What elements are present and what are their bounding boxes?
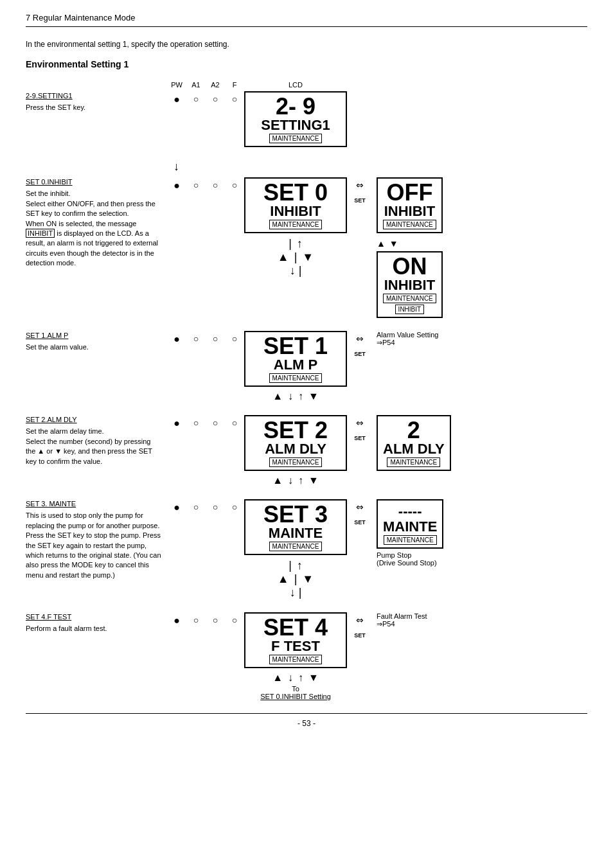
label-set2: SET 2.ALM DLY [26,415,77,425]
row-set3-mainte: SET 3. MAINTE This is used to stop only … [26,499,587,599]
right-set3: ----- MAINTE MAINTENANCE Pump Stop(Drive… [373,499,587,567]
row-set4-f-test: SET 4.F TEST Perform a fault alarm test.… [26,612,587,700]
right-off-sub: MAINTENANCE [383,220,436,229]
ind-pw-set1: ● [167,331,186,345]
lcd-set0-nav: | ↑ [289,237,303,251]
right-on-sub: MAINTENANCE [383,294,436,303]
lcd-setting1: 2- 9 SETTING1 MAINTENANCE [244,91,347,147]
ind-f-setting1: ○ [225,91,244,104]
lcd-set3-line1: SET 3 [263,503,328,526]
arrow-sym-set2: ⇔ [356,418,364,428]
ind-a1-set3: ○ [186,499,206,512]
nav-down-tri: ▼ [302,251,314,264]
lcd-set4-sub: MAINTENANCE [269,655,323,664]
desc-set1: SET 1.ALM P Set the alarm value. [26,331,167,353]
label-set1: SET 1.ALM P [26,331,68,341]
nav-down3: ↓ [288,475,293,486]
label-set0: SET 0.INHIBIT [26,177,73,187]
nav-bar-mid: | [294,251,298,264]
nav-tri-down3: ▼ [308,475,319,486]
ind-a1-set4: ○ [186,612,206,625]
right-lcd-set3: ----- MAINTE MAINTENANCE [377,499,443,549]
ind-a2-set0: ○ [206,177,225,190]
set-label-set1: SET [354,351,366,357]
nav-up5: ↑ [298,672,303,684]
desc-set4: SET 4.F TEST Perform a fault alarm test. [26,612,167,634]
right-set0: OFF INHIBIT MAINTENANCE ▲ ▼ ON INHIBIT M… [373,177,587,318]
right-set3-sub: MAINTENANCE [384,535,437,545]
set-label-set4: SET [354,632,366,639]
lcd-set3-nav2: ▲ | ▼ [278,572,314,586]
desc-set4-text: Perform a fault alarm test. [26,624,107,632]
nav-tri-down4: ▼ [308,672,319,684]
right-lcd-on: ON INHIBIT MAINTENANCE INHIBIT [377,251,443,318]
right-lcd-set2: 2 ALM DLY MAINTENANCE [377,415,451,471]
row-set1-alm-p: SET 1.ALM P Set the alarm value. ● ○ ○ ○… [26,331,587,402]
lcd-set1: SET 1 ALM P MAINTENANCE [244,331,347,387]
set-arrow-set0: ⇔ SET [347,177,373,204]
ind-a1-set1: ○ [186,331,206,344]
page-wrapper: 7 Regular Maintenance Mode In the enviro… [26,13,587,728]
page-title: 7 Regular Maintenance Mode [26,13,136,22]
ind-a1-set0: ○ [186,177,206,190]
right-set4-label: Fault Alarm Test [377,612,587,620]
right-off-big: OFF [383,181,436,204]
lcd-set3-sub: MAINTENANCE [269,542,323,551]
desc-set3: SET 3. MAINTE This is used to stop only … [26,499,167,580]
right-on-extra: INHIBIT [395,305,425,314]
ind-a2-setting1: ○ [206,91,225,104]
ind-a2-set1: ○ [206,331,225,344]
desc-set2: SET 2.ALM DLY Set the alarm delay time.S… [26,415,167,466]
nav-tri-left: ▲ [278,251,289,264]
lcd-set4: SET 4 F TEST MAINTENANCE [244,612,347,668]
desc-set0: SET 0.INHIBIT Set the inhibit.Select eit… [26,177,167,269]
set-arrow-set2: ⇔ SET [347,415,373,441]
row-setting1: 2-9.SETTING1 Press the SET key. ● ○ ○ ○ … [26,91,587,147]
ind-f-set2: ○ [225,415,244,428]
right-off-medium: INHIBIT [383,204,436,218]
row-set2-alm-dly: SET 2.ALM DLY Set the alarm delay time.S… [26,415,587,486]
label-set4: SET 4.F TEST [26,612,71,622]
right-lcd-off: OFF INHIBIT MAINTENANCE [377,177,443,233]
nav-tri-left3: ▲ [278,572,289,586]
ind-f-set3: ○ [225,499,244,512]
right-set3-note: Pump Stop(Drive Sound Stop) [377,551,587,567]
set-label-set0: SET [354,197,366,204]
right-set4: Fault Alarm Test ⇒P54 [373,612,587,628]
lcd-set1-line2: ALM P [274,358,317,372]
nav-down-tri3: ▼ [302,572,314,586]
ind-a2-set3: ○ [206,499,225,512]
right-set2-big: 2 [383,419,445,442]
ind-f-set1: ○ [225,331,244,344]
col-f-header: F [225,81,244,89]
lcd-set2-line2: ALM DLY [265,442,326,456]
right-set1: Alarm Value Setting ⇒P54 [373,331,587,347]
ind-pw-set4: ● [167,612,186,626]
intro-text: In the environmental setting 1, specify … [26,40,587,49]
ind-pw-set0: ● [167,177,186,191]
nav-up2: ↑ [298,391,303,402]
lcd-set4-line1: SET 4 [263,616,328,639]
arrow-sym-set3: ⇔ [356,502,364,512]
lcd-set1-line1: SET 1 [263,335,328,358]
right-set4-arrow: ⇒P54 [377,620,587,628]
set-arrow-set4: ⇔ SET [347,612,373,639]
lcd-set3-nav3: ↓ | [290,586,302,599]
col-lcd-header: LCD [244,81,347,89]
nav-up: ↑ [297,237,303,251]
right-set3-medium: MAINTE [383,520,437,534]
lcd-set2-line1: SET 2 [263,419,328,442]
desc-set0-text: Set the inhibit.Select either ON/OFF, an… [26,190,158,267]
lcd-set0-nav3: ↓ | [290,264,302,278]
desc-set2-text: Set the alarm delay time.Select the numb… [26,427,152,465]
lcd-set4-note: ToSET 0.INHIBIT Setting [260,685,331,700]
set-label-set2: SET [354,435,366,441]
lcd-set3-line2: MAINTE [269,526,323,540]
nav-tri-up3: ▲ [272,475,283,486]
lcd-set2: SET 2 ALM DLY MAINTENANCE [244,415,347,471]
ind-a1-set2: ○ [186,415,206,428]
lcd-set0-nav2: ▲ | ▼ [278,251,314,264]
right-nav-up: ▲ [377,238,386,249]
ind-a2-set4: ○ [206,612,225,625]
lcd-set0-line2: INHIBIT [270,204,321,218]
